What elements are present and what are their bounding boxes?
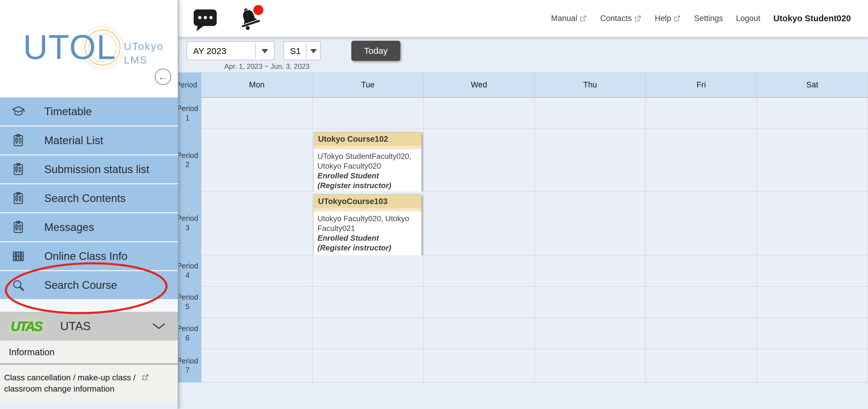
timetable-cell bbox=[646, 255, 757, 286]
sidebar-item-utas[interactable]: UTAS UTAS bbox=[0, 312, 178, 341]
sidebar-collapse-button[interactable]: ← bbox=[155, 68, 171, 85]
timetable-cell bbox=[424, 98, 535, 129]
timetable-cell bbox=[646, 98, 757, 129]
logo-sub-line1: UTokyo bbox=[124, 39, 163, 53]
sidebar-item-label: Submission status list bbox=[44, 163, 149, 176]
timetable-cell bbox=[202, 191, 312, 255]
course-card-course102[interactable]: Utokyo Course102 UTokyo StudentFaculty02… bbox=[314, 132, 421, 194]
timetable-cell bbox=[424, 255, 535, 286]
sidebar-menu: Timetable Material List bbox=[0, 97, 178, 300]
course-title: UTokyoCourse103 bbox=[314, 195, 421, 208]
user-name: Utokyo Student020 bbox=[773, 13, 851, 23]
course-card-strip bbox=[314, 146, 421, 149]
timetable-cell bbox=[646, 129, 757, 191]
day-header-wed: Wed bbox=[424, 73, 535, 98]
timetable-cell bbox=[202, 98, 312, 129]
term-select[interactable]: S1 bbox=[283, 41, 321, 60]
timetable-cell bbox=[424, 129, 535, 191]
timetable-cell bbox=[202, 255, 312, 286]
help-link[interactable]: Help bbox=[655, 14, 681, 23]
timetable-cell bbox=[757, 349, 868, 382]
logo-sub-line2: LMS bbox=[124, 53, 163, 67]
timetable-cell bbox=[757, 98, 868, 129]
select-divider bbox=[255, 43, 256, 59]
timetable-cell bbox=[757, 286, 868, 318]
info-link-label: Class cancellation / make-up class / cla… bbox=[4, 373, 135, 394]
sidebar-item-online-class-info[interactable]: Online Class Info bbox=[0, 242, 178, 270]
timetable-cell bbox=[202, 318, 312, 349]
online-class-grid-icon bbox=[11, 249, 25, 263]
manual-link[interactable]: Manual bbox=[551, 14, 588, 23]
timetable-cell bbox=[646, 286, 757, 318]
timetable-cell bbox=[535, 349, 646, 382]
sidebar-item-search-course[interactable]: Search Course bbox=[0, 271, 178, 299]
timetable-cell bbox=[535, 286, 646, 318]
timetable-cell bbox=[202, 349, 312, 382]
left-arrow-icon: ← bbox=[158, 70, 168, 83]
chat-bubble-shape bbox=[194, 9, 217, 26]
period-label-5: Period5 bbox=[178, 286, 202, 318]
utas-logo-icon: UTAS bbox=[11, 318, 42, 334]
dropdown-arrow-icon bbox=[310, 49, 317, 54]
course-role: Enrolled Student bbox=[317, 233, 417, 243]
sidebar-item-label: Search Contents bbox=[44, 192, 126, 204]
settings-link[interactable]: Settings bbox=[694, 14, 723, 23]
class-cancellation-info-link[interactable]: Class cancellation / make-up class / cla… bbox=[0, 365, 178, 402]
topbar: Manual Contacts Help Se bbox=[178, 0, 868, 37]
course-title: Utokyo Course102 bbox=[314, 132, 421, 146]
timetable-cell bbox=[757, 129, 868, 191]
sidebar-item-material-list[interactable]: Material List bbox=[0, 126, 178, 154]
timetable-cell bbox=[202, 129, 312, 191]
timetable-cell bbox=[424, 191, 535, 255]
timetable-cell bbox=[312, 318, 423, 349]
timetable-cell bbox=[312, 349, 423, 382]
external-link-icon bbox=[673, 14, 681, 23]
logout-link-label: Logout bbox=[736, 14, 761, 23]
external-link-icon bbox=[579, 14, 587, 23]
period-label-2: Period2 bbox=[178, 129, 202, 191]
timetable-cell bbox=[757, 318, 868, 349]
academic-year-value: AY 2023 bbox=[193, 46, 226, 56]
day-header-thu: Thu bbox=[535, 73, 646, 98]
chat-bubble-tail bbox=[196, 25, 205, 31]
period-label-3: Period3 bbox=[178, 191, 202, 255]
timetable-cell bbox=[424, 318, 535, 349]
sidebar-item-label: Timetable bbox=[44, 105, 92, 118]
timetable-cell bbox=[646, 318, 757, 349]
bell-icon[interactable] bbox=[236, 5, 266, 32]
search-icon bbox=[11, 278, 25, 292]
day-header-fri: Fri bbox=[646, 73, 757, 98]
course-card-body: Utokyo Faculty020, Utokyo Faculty021 Enr… bbox=[314, 212, 421, 256]
clipboard-icon bbox=[11, 191, 25, 206]
day-header-tue: Tue bbox=[312, 73, 423, 98]
academic-year-select[interactable]: AY 2023 bbox=[187, 41, 275, 60]
controlbar: AY 2023 S1 Today Apr. 1, 2023 ~ Jun. 3, … bbox=[178, 37, 868, 72]
sidebar-item-submission-status-list[interactable]: Submission status list bbox=[0, 155, 178, 183]
course-role-detail: (Register instructor) bbox=[317, 243, 417, 253]
timetable-cell bbox=[312, 255, 423, 286]
select-divider bbox=[306, 43, 306, 59]
utas-label: UTAS bbox=[60, 319, 91, 333]
sidebar-item-messages[interactable]: Messages bbox=[0, 213, 178, 241]
timetable-cell bbox=[535, 98, 646, 129]
sidebar-item-search-contents[interactable]: Search Contents bbox=[0, 184, 178, 212]
course-card-body: UTokyo StudentFaculty020, Utokyo Faculty… bbox=[314, 149, 421, 194]
contacts-link[interactable]: Contacts bbox=[600, 14, 642, 23]
timetable-cell bbox=[535, 255, 646, 286]
chat-bubble-icon[interactable] bbox=[194, 7, 217, 30]
today-button[interactable]: Today bbox=[351, 41, 400, 61]
timetable-cell bbox=[757, 191, 868, 255]
course-instructors: Utokyo Faculty020, Utokyo Faculty021 bbox=[317, 214, 417, 233]
period-label-1: Period1 bbox=[178, 98, 202, 129]
course-card-course103[interactable]: UTokyoCourse103 Utokyo Faculty020, Utoky… bbox=[314, 194, 421, 257]
course-role-detail: (Register instructor) bbox=[317, 181, 417, 190]
sidebar-item-label: Online Class Info bbox=[44, 250, 128, 262]
graduation-cap-icon bbox=[11, 104, 25, 119]
course-card-strip bbox=[314, 208, 421, 212]
sidebar-item-label: Material List bbox=[44, 134, 103, 147]
settings-link-label: Settings bbox=[694, 14, 723, 23]
logout-link[interactable]: Logout bbox=[736, 14, 761, 23]
period-label-4: Period4 bbox=[178, 255, 202, 286]
sidebar-item-timetable[interactable]: Timetable bbox=[0, 97, 178, 126]
sidebar: UTOL UTokyo LMS ← Timetable bbox=[0, 0, 178, 409]
